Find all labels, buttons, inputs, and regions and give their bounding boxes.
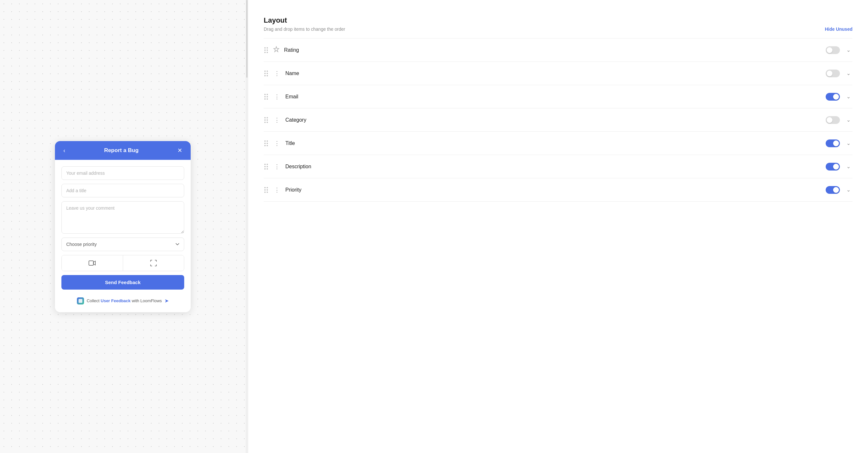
item-label-category: Category [285,117,821,123]
send-feedback-button[interactable]: Send Feedback [61,275,184,290]
toggle-container-priority [826,186,840,194]
scrollbar[interactable] [246,0,248,453]
screenshot-button[interactable] [123,255,184,271]
layout-item-category: ⋮ Category ⌄ [264,108,852,132]
toggle-container-email [826,93,840,101]
footer-text: Collect User Feedback with LoomFlows [87,298,162,303]
toggle-thumb-rating [827,47,833,53]
item-label-title: Title [285,140,821,146]
widget-card: ‹ Report a Bug ✕ Choose priority Low Med… [55,141,191,312]
footer-brand: User Feedback [101,298,131,303]
toggle-container-rating [826,46,840,54]
drag-handle-name[interactable] [264,70,269,77]
grid-icon-name: ⋮ [273,70,281,77]
item-label-email: Email [285,94,821,100]
comment-textarea[interactable] [61,201,184,234]
title-input[interactable] [61,184,184,197]
toggle-thumb-email [833,94,839,100]
layout-item-priority: ⋮ Priority ⌄ [264,178,852,202]
layout-title: Layout [264,16,852,25]
item-label-description: Description [285,164,821,170]
left-panel: ‹ Report a Bug ✕ Choose priority Low Med… [0,0,246,453]
toggle-name[interactable] [826,69,840,77]
toggle-thumb-category [827,117,833,123]
item-label-rating: Rating [284,47,821,53]
media-buttons-group [61,255,184,271]
widget-title: Report a Bug [67,147,176,154]
chevron-description[interactable]: ⌄ [844,162,852,171]
toggle-email[interactable] [826,93,840,101]
layout-items: Rating ⌄ ⋮ Name ⌄ [264,38,852,202]
toggle-rating[interactable] [826,46,840,54]
layout-item-description: ⋮ Description ⌄ [264,155,852,178]
drag-handle-title[interactable] [264,140,269,147]
loomflows-logo [77,298,84,305]
grid-icon-category: ⋮ [273,116,281,123]
toggle-container-name [826,69,840,77]
widget-footer: Collect User Feedback with LoomFlows ➤ [55,295,191,305]
svg-rect-0 [89,261,93,265]
grid-icon-priority: ⋮ [273,187,281,194]
toggle-container-title [826,139,840,147]
layout-item-email: ⋮ Email ⌄ [264,85,852,108]
drag-handle-priority[interactable] [264,187,269,194]
logo-inner [79,299,83,303]
chevron-email[interactable]: ⌄ [844,92,852,101]
toggle-title[interactable] [826,139,840,147]
drag-handle-rating[interactable] [264,47,269,54]
scrollbar-thumb[interactable] [246,0,248,78]
layout-item-title: ⋮ Title ⌄ [264,132,852,155]
toggle-thumb-description [833,164,839,170]
toggle-thumb-name [827,70,833,76]
email-input[interactable] [61,166,184,180]
back-button[interactable]: ‹ [61,147,67,154]
chevron-priority[interactable]: ⌄ [844,186,852,194]
cursor-icon: ➤ [164,298,169,304]
close-button[interactable]: ✕ [176,147,184,154]
toggle-category[interactable] [826,116,840,124]
screenshot-icon [150,260,157,266]
chevron-name[interactable]: ⌄ [844,69,852,78]
layout-subtitle: Drag and drop items to change the order [264,27,345,32]
widget-header: ‹ Report a Bug ✕ [55,141,191,160]
toggle-container-category [826,116,840,124]
chevron-rating[interactable]: ⌄ [844,46,852,54]
video-icon [89,260,96,266]
item-label-priority: Priority [285,187,821,193]
grid-icon-title: ⋮ [273,140,281,147]
layout-subtitle-row: Drag and drop items to change the order … [264,27,852,32]
chevron-title[interactable]: ⌄ [844,139,852,147]
grid-icon-email: ⋮ [273,93,281,100]
drag-handle-description[interactable] [264,163,269,170]
pin-icon [273,46,280,54]
layout-item-rating: Rating ⌄ [264,38,852,62]
drag-handle-email[interactable] [264,93,269,100]
item-label-name: Name [285,70,821,76]
chevron-category[interactable]: ⌄ [844,115,852,124]
widget-form: Choose priority Low Medium High Critical [55,160,191,295]
toggle-container-description [826,163,840,171]
toggle-description[interactable] [826,163,840,171]
layout-item-name: ⋮ Name ⌄ [264,62,852,85]
toggle-thumb-priority [833,187,839,193]
grid-icon-description: ⋮ [273,163,281,170]
toggle-thumb-title [833,140,839,146]
toggle-priority[interactable] [826,186,840,194]
drag-handle-category[interactable] [264,116,269,123]
video-record-button[interactable] [62,255,123,271]
hide-unused-button[interactable]: Hide Unused [825,27,852,32]
right-panel: Layout Drag and drop items to change the… [248,0,868,453]
layout-header: Layout Drag and drop items to change the… [264,16,852,32]
priority-select[interactable]: Choose priority Low Medium High Critical [61,237,184,251]
